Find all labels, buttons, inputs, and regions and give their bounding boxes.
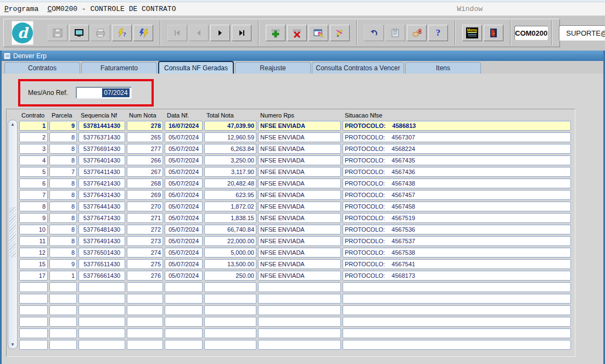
- cell-contrato[interactable]: 1: [19, 121, 48, 131]
- cell-situacao[interactable]: [343, 340, 571, 350]
- table-row[interactable]: 1285377650143027405/07/20245,000.00NFSE …: [19, 247, 571, 258]
- cell-situacao[interactable]: PROTOCOLO: 4567536: [343, 225, 571, 234]
- table-row[interactable]: [19, 304, 571, 316]
- cell-data_nf[interactable]: 05/07/2024: [165, 225, 203, 234]
- clear-record-button[interactable]: [330, 25, 350, 41]
- cell-total[interactable]: 623.95: [204, 190, 256, 200]
- table-row[interactable]: [19, 339, 571, 350]
- scrollbar-track[interactable]: [8, 128, 17, 340]
- cell-total[interactable]: 47,039.90: [204, 121, 256, 131]
- cell-parcela[interactable]: 8: [49, 155, 77, 165]
- cell-sequencia[interactable]: 53776401430: [79, 155, 125, 165]
- cell-data_nf[interactable]: 05/07/2024: [165, 248, 203, 257]
- cell-sequencia[interactable]: [79, 282, 125, 292]
- cell-parcela[interactable]: 8: [49, 178, 77, 188]
- table-row[interactable]: 1595377651143027505/07/202413,500.00NFSE…: [19, 258, 571, 270]
- table-row[interactable]: 1085377648143027205/07/202466,740.84NFSE…: [19, 223, 571, 235]
- cell-contrato[interactable]: 6: [19, 178, 48, 188]
- cell-total[interactable]: 3,250.00: [204, 155, 256, 165]
- cell-contrato[interactable]: [19, 305, 48, 315]
- cell-parcela[interactable]: 8: [49, 190, 77, 200]
- cell-num_nota[interactable]: 273: [127, 236, 163, 246]
- table-row[interactable]: [19, 327, 571, 339]
- delete-record-button[interactable]: [287, 25, 307, 41]
- cell-contrato[interactable]: [19, 340, 48, 350]
- tab-consulta-nf-geradas[interactable]: Consulta NF Geradas: [158, 61, 234, 74]
- cell-total[interactable]: 20,482.48: [204, 178, 256, 188]
- cell-sequencia[interactable]: 53776481430: [79, 225, 125, 234]
- cell-total[interactable]: [204, 282, 256, 292]
- cell-situacao[interactable]: [343, 328, 571, 338]
- cell-total[interactable]: [204, 294, 256, 304]
- cell-parcela[interactable]: 9: [49, 259, 77, 269]
- edit-record-button[interactable]: [309, 25, 328, 41]
- cell-total[interactable]: 66,740.84: [204, 225, 256, 234]
- cell-data_nf[interactable]: 05/07/2024: [165, 213, 203, 223]
- cell-contrato[interactable]: 9: [19, 213, 48, 223]
- cell-rps[interactable]: [258, 328, 341, 338]
- cell-sequencia[interactable]: 53776431430: [79, 190, 125, 200]
- cell-data_nf[interactable]: 05/07/2024: [165, 132, 203, 142]
- cell-num_nota[interactable]: 278: [127, 121, 163, 131]
- insert-record-button[interactable]: [266, 25, 285, 41]
- cell-sequencia[interactable]: 53781441430: [79, 121, 125, 131]
- menu-button[interactable]: Menu: [462, 25, 482, 41]
- cell-parcela[interactable]: 8: [49, 201, 77, 211]
- cell-contrato[interactable]: 7: [19, 190, 48, 200]
- cell-parcela[interactable]: 8: [49, 132, 77, 142]
- cell-sequencia[interactable]: [79, 328, 125, 338]
- cell-situacao[interactable]: PROTOCOLO: 4568224: [343, 144, 571, 154]
- cell-data_nf[interactable]: 16/07/2024: [165, 121, 203, 131]
- cell-sequencia[interactable]: [79, 340, 125, 350]
- table-row[interactable]: 385377669143027705/07/20246,263.84NFSE E…: [19, 143, 571, 154]
- cell-situacao[interactable]: PROTOCOLO: 4567435: [343, 155, 571, 165]
- cell-rps[interactable]: NFSE ENVIADA: [258, 225, 341, 234]
- cell-rps[interactable]: NFSE ENVIADA: [258, 178, 341, 188]
- cell-data_nf[interactable]: [165, 317, 203, 327]
- mes-ano-input[interactable]: 07/2024: [76, 87, 132, 99]
- cell-rps[interactable]: [258, 317, 341, 327]
- cell-rps[interactable]: NFSE ENVIADA: [258, 201, 341, 211]
- cell-situacao[interactable]: PROTOCOLO: 4567436: [343, 167, 571, 177]
- screen-button[interactable]: [69, 25, 89, 41]
- cell-total[interactable]: 5,000.00: [204, 248, 256, 257]
- cell-contrato[interactable]: 2: [19, 132, 48, 142]
- cell-contrato[interactable]: 12: [19, 248, 48, 257]
- execute-hand-button[interactable]: [407, 25, 427, 41]
- cell-num_nota[interactable]: 269: [127, 190, 163, 200]
- cell-rps[interactable]: [258, 294, 341, 304]
- tab-consulta-contratos-a-vencer[interactable]: Consulta Contratos a Vencer: [312, 62, 404, 74]
- cell-num_nota[interactable]: 271: [127, 213, 163, 223]
- cell-total[interactable]: 1,872.02: [204, 201, 256, 211]
- table-row[interactable]: [19, 316, 571, 327]
- cell-num_nota[interactable]: 277: [127, 144, 163, 154]
- undo-button[interactable]: [364, 25, 384, 41]
- menu-window[interactable]: Window: [452, 3, 487, 15]
- cell-situacao[interactable]: PROTOCOLO: 4567541: [343, 259, 571, 269]
- cell-rps[interactable]: NFSE ENVIADA: [258, 236, 341, 246]
- cell-data_nf[interactable]: 05/07/2024: [165, 190, 203, 200]
- cell-parcela[interactable]: [49, 328, 77, 338]
- cell-num_nota[interactable]: 266: [127, 155, 163, 165]
- cell-rps[interactable]: NFSE ENVIADA: [258, 167, 341, 177]
- cell-parcela[interactable]: 7: [49, 167, 77, 177]
- cell-sequencia[interactable]: 53776441430: [79, 201, 125, 211]
- execute-query-button[interactable]: ?: [112, 25, 132, 41]
- cell-parcela[interactable]: 8: [49, 248, 77, 257]
- help-button[interactable]: ?: [428, 25, 448, 41]
- cell-total[interactable]: [204, 305, 256, 315]
- cell-situacao[interactable]: PROTOCOLO: 4567438: [343, 178, 571, 188]
- cell-total[interactable]: 6,263.84: [204, 144, 256, 154]
- cell-data_nf[interactable]: 05/07/2024: [165, 178, 203, 188]
- cell-parcela[interactable]: 1: [49, 271, 77, 281]
- cell-sequencia[interactable]: 53776491430: [79, 236, 125, 246]
- cell-sequencia[interactable]: [79, 305, 125, 315]
- cell-total[interactable]: 250.00: [204, 271, 256, 281]
- cell-parcela[interactable]: [49, 294, 77, 304]
- cell-data_nf[interactable]: [165, 282, 203, 292]
- cell-situacao[interactable]: PROTOCOLO: 4567519: [343, 213, 571, 223]
- table-row[interactable]: 685377642143026805/07/202420,482.48NFSE …: [19, 177, 571, 189]
- cell-parcela[interactable]: 9: [49, 121, 77, 131]
- cell-situacao[interactable]: PROTOCOLO: 4567457: [343, 190, 571, 200]
- cell-rps[interactable]: [258, 305, 341, 315]
